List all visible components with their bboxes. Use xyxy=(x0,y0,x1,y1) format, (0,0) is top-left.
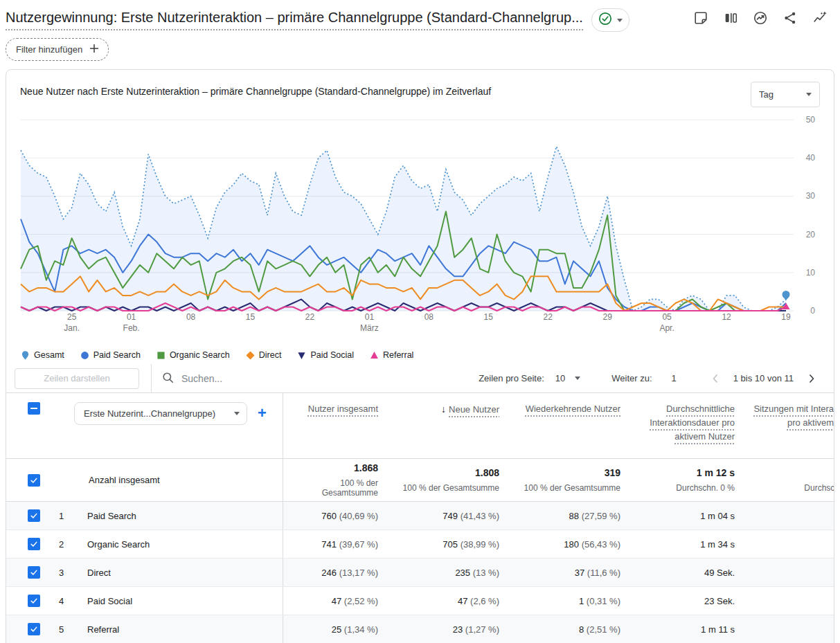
filter-bar: Filter hinzufügen xyxy=(0,32,840,69)
svg-text:15: 15 xyxy=(484,312,494,322)
row-rank: 2 xyxy=(59,539,71,550)
svg-text:Apr.: Apr. xyxy=(659,323,674,333)
table-toolbar: Zeilen darstellen Zeilen pro Seite: 10 W… xyxy=(6,364,834,393)
report-card: Neue Nutzer nach Erste Nutzerinteraktion… xyxy=(6,69,834,643)
row-checkbox[interactable] xyxy=(28,566,40,579)
goto-value[interactable]: 1 xyxy=(672,373,677,383)
totals-returning-users: 319 100 % der Gesamtsumme xyxy=(513,467,634,493)
interval-select[interactable]: Tag xyxy=(751,82,820,107)
totals-row: Anzahl insgesamt 1.868 100 % der Gesamts… xyxy=(6,459,834,502)
legend-item-organic-search[interactable]: Organic Search xyxy=(157,350,230,360)
table-row-direct: 3Direct246 (13,17 %)235 (13 %)37 (11,6 %… xyxy=(6,559,834,587)
row-channel-name: Organic Search xyxy=(87,539,150,550)
dimension-select[interactable]: Erste Nutzerint...Channelgruppe) xyxy=(74,402,247,425)
cell-new-users: 705 (38,99 %) xyxy=(392,539,513,550)
totals-label: Anzahl insgesamt xyxy=(89,475,160,485)
row-rank: 3 xyxy=(59,568,71,578)
chevron-down-icon[interactable] xyxy=(575,377,580,380)
column-header[interactable]: Durchschnittliche Interaktionsdauer pro … xyxy=(634,393,749,458)
svg-text:15: 15 xyxy=(246,312,256,322)
rows-per-page-value[interactable]: 10 xyxy=(555,373,565,383)
legend-item-paid-social[interactable]: Paid Social xyxy=(297,350,354,360)
row-checkbox[interactable] xyxy=(28,595,40,607)
chevron-down-icon xyxy=(234,412,240,415)
add-filter-chip[interactable]: Filter hinzufügen xyxy=(6,38,109,61)
legend-label: Referral xyxy=(383,350,413,360)
note-icon[interactable] xyxy=(693,10,708,26)
cell-duration: 49 Sek. xyxy=(634,568,749,578)
legend-label: Gesamt xyxy=(34,350,64,360)
column-header[interactable]: Nutzer insgesamt xyxy=(283,393,392,458)
svg-text:22: 22 xyxy=(544,312,553,322)
rows-per-page-label: Zeilen pro Seite: xyxy=(479,373,544,383)
legend-item-referral[interactable]: Referral xyxy=(370,350,413,360)
cell-new-users: 749 (41,43 %) xyxy=(392,511,513,521)
column-header[interactable]: Sitzungen mit Interaktionen pro aktivem … xyxy=(749,393,834,458)
table-row-referral: 5Referral25 (1,34 %)23 (1,27 %)8 (2,51 %… xyxy=(6,615,834,643)
legend-item-gesamt[interactable]: Gesamt xyxy=(21,350,64,360)
cell-users: 741 (39,67 %) xyxy=(283,539,392,550)
legend-label: Direct xyxy=(259,350,282,360)
chart-legend: GesamtPaid SearchOrganic SearchDirectPai… xyxy=(21,346,834,364)
svg-text:0: 0 xyxy=(810,306,815,316)
sparkline-insights-icon[interactable] xyxy=(812,10,828,26)
cell-users: 246 (13,17 %) xyxy=(283,568,392,578)
timeseries-chart[interactable]: 0102030405025Jan.01Feb.08152201März08152… xyxy=(6,110,834,342)
totals-duration: 1 m 12 s Durchschn. 0 % xyxy=(634,467,749,493)
ab-compare-icon[interactable] xyxy=(723,10,738,26)
totals-sessions: Durchschn. 0 % xyxy=(749,467,834,493)
svg-text:20: 20 xyxy=(806,230,816,239)
share-icon[interactable] xyxy=(783,10,798,26)
previous-page-icon[interactable] xyxy=(704,372,726,386)
cell-duration: 1 m 11 s xyxy=(634,624,749,635)
svg-text:01: 01 xyxy=(365,312,375,322)
svg-text:12: 12 xyxy=(722,312,731,322)
row-checkbox[interactable] xyxy=(28,538,40,550)
circle-marker-icon xyxy=(80,351,89,360)
next-page-icon[interactable] xyxy=(801,372,823,386)
svg-text:30: 30 xyxy=(806,191,816,201)
svg-text:08: 08 xyxy=(425,312,434,322)
row-checkbox[interactable] xyxy=(28,623,40,635)
interval-value: Tag xyxy=(759,89,774,100)
select-all-checkbox[interactable] xyxy=(28,402,40,415)
legend-label: Paid Search xyxy=(93,350,141,360)
add-column-button[interactable]: + xyxy=(258,404,267,423)
triangle-down-marker-icon xyxy=(297,351,306,360)
pin-marker-icon xyxy=(21,351,30,360)
sort-descending-icon: ↓ xyxy=(441,402,446,416)
svg-text:08: 08 xyxy=(186,312,196,322)
chart-header: Neue Nutzer nach Erste Nutzerinteraktion… xyxy=(6,70,834,110)
svg-text:10: 10 xyxy=(806,268,816,278)
top-bar: Nutzergewinnung: Erste Nutzerinteraktion… xyxy=(0,0,840,32)
cell-returning-users: 8 (2,51 %) xyxy=(513,624,634,635)
table-row-paid-search: 1Paid Search760 (40,69 %)749 (41,43 %)88… xyxy=(6,502,834,530)
goto-label: Weiter zu: xyxy=(611,373,652,383)
search-icon xyxy=(161,371,175,386)
chevron-down-icon xyxy=(806,93,812,96)
row-rank: 4 xyxy=(59,596,71,606)
cell-new-users: 47 (2,6 %) xyxy=(392,596,513,606)
svg-text:01: 01 xyxy=(127,312,136,322)
cell-returning-users: 1 (0,31 %) xyxy=(513,596,634,606)
column-header[interactable]: Wiederkehrende Nutzer xyxy=(513,393,634,458)
legend-item-direct[interactable]: Direct xyxy=(246,350,282,360)
insights-icon[interactable] xyxy=(753,10,768,26)
page-title: Nutzergewinnung: Erste Nutzerinteraktion… xyxy=(6,10,583,30)
totals-checkbox[interactable] xyxy=(28,474,40,487)
cell-duration: 1 m 34 s xyxy=(634,539,749,550)
column-header[interactable]: ↓Neue Nutzer xyxy=(392,393,513,458)
row-channel-name: Paid Social xyxy=(87,596,132,606)
cell-duration: 1 m 04 s xyxy=(634,511,749,521)
cell-returning-users: 88 (27,59 %) xyxy=(513,511,634,521)
legend-item-paid-search[interactable]: Paid Search xyxy=(80,350,141,360)
svg-text:März: März xyxy=(360,323,379,333)
row-rank: 5 xyxy=(59,624,71,635)
row-channel-name: Referral xyxy=(87,624,119,635)
row-checkbox[interactable] xyxy=(28,509,40,522)
show-rows-button[interactable]: Zeilen darstellen xyxy=(15,368,139,389)
svg-text:29: 29 xyxy=(602,312,612,322)
report-status-pill[interactable] xyxy=(591,8,629,32)
cell-users: 760 (40,69 %) xyxy=(283,511,392,521)
search-input[interactable] xyxy=(181,373,334,384)
